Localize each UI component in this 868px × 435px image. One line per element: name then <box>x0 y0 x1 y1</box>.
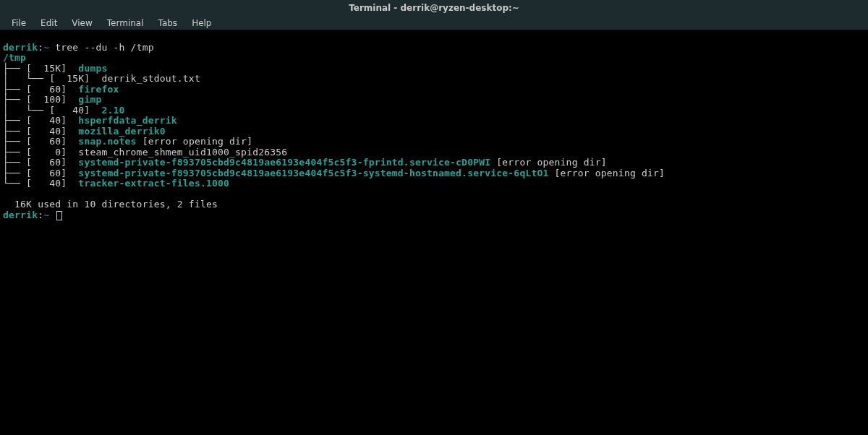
prompt-path-2: ~ <box>43 210 49 220</box>
menu-view[interactable]: View <box>64 17 99 30</box>
tree-root: /tmp <box>3 52 26 63</box>
window-titlebar: Terminal - derrik@ryzen-desktop:~ <box>0 0 868 16</box>
tree-line: └── [ 40] <box>3 178 78 189</box>
cursor-block <box>56 211 62 220</box>
tree-error: [error opening dir] <box>490 157 607 168</box>
tree-line: ├── [ 60] <box>3 157 78 168</box>
tree-dir-firefox: firefox <box>78 84 119 95</box>
menu-file[interactable]: File <box>4 17 33 30</box>
prompt-separator-2: : <box>38 210 43 220</box>
tree-dir-systemd-hostnamed: systemd-private-f893705cbd9c4819ae6193e4… <box>78 168 548 178</box>
tree-line: ├── [ 60] <box>3 136 78 147</box>
tree-line: ├── [ 60] <box>3 84 78 95</box>
tree-line: ├── [ 40] <box>3 115 78 126</box>
tree-line: ├── [ 60] <box>3 168 78 178</box>
tree-dir-hsperfdata: hsperfdata_derrik <box>78 115 176 126</box>
menu-terminal[interactable]: Terminal <box>100 17 151 30</box>
tree-line: ├── [ 100] <box>3 94 78 105</box>
tree-line: │ └── [ 40] <box>3 105 101 116</box>
menu-help[interactable]: Help <box>184 17 218 30</box>
tree-dir-tracker: tracker-extract-files.1000 <box>78 178 229 189</box>
prompt-separator: : <box>38 42 43 53</box>
tree-error: [error opening dir] <box>549 168 665 178</box>
tree-summary: 16K used in 10 directories, 2 files <box>3 199 218 210</box>
tree-error: [error opening dir] <box>137 136 253 147</box>
command-text: tree --du -h /tmp <box>55 42 153 53</box>
tree-dir-systemd-fprintd: systemd-private-f893705cbd9c4819ae6193e4… <box>78 157 490 168</box>
tree-dir-gimp: gimp <box>78 94 101 105</box>
tree-line: │ └── [ 15K] derrik_stdout.txt <box>3 73 200 84</box>
menu-tabs[interactable]: Tabs <box>151 17 185 30</box>
terminal-output[interactable]: derrik:~ tree --du -h /tmp /tmp ├── [ 15… <box>0 30 868 222</box>
prompt-path: ~ <box>43 42 49 53</box>
tree-line: ├── [ 15K] <box>3 63 78 74</box>
window-title: Terminal - derrik@ryzen-desktop:~ <box>349 3 519 13</box>
prompt-user-2: derrik <box>3 210 38 220</box>
tree-dir-dumps: dumps <box>78 63 107 74</box>
tree-line: ├── [ 0] steam_chrome_shmem_uid1000_spid… <box>3 147 287 158</box>
prompt-user: derrik <box>3 42 38 53</box>
tree-dir-210: 2.10 <box>101 105 124 116</box>
menu-edit[interactable]: Edit <box>33 17 64 30</box>
tree-dir-mozilla: mozilla_derrik0 <box>78 126 165 137</box>
tree-line: ├── [ 40] <box>3 126 78 137</box>
menubar: File Edit View Terminal Tabs Help <box>0 16 868 30</box>
tree-dir-snapnotes: snap.notes <box>78 136 136 147</box>
